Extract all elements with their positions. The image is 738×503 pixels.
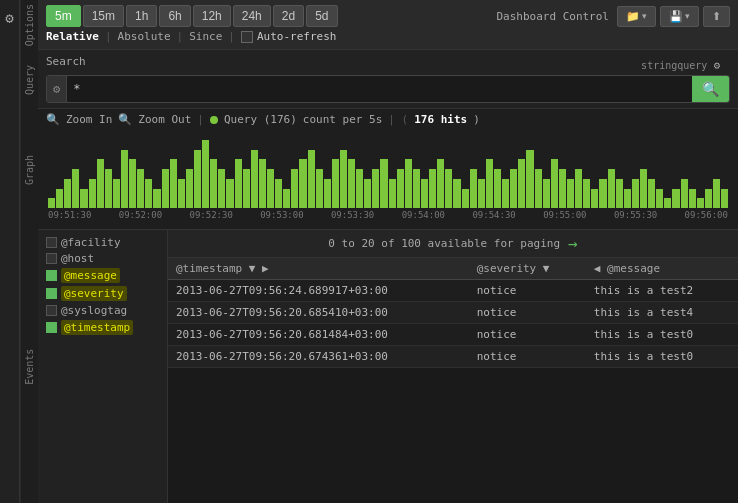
query-label: Query (176) xyxy=(224,113,297,126)
graph-label: Graph xyxy=(20,109,38,230)
chart-bars xyxy=(46,130,730,208)
chart-bar xyxy=(48,198,55,208)
table-row: 2013-06-27T09:56:20.681484+03:00noticeth… xyxy=(168,324,738,346)
table-row: 2013-06-27T09:56:24.689917+03:00noticeth… xyxy=(168,280,738,302)
table-cell-message: this is a test0 xyxy=(586,324,738,346)
chart-bar xyxy=(656,189,663,209)
field-message-name: @message xyxy=(61,268,120,283)
field-timestamp[interactable]: @timestamp xyxy=(46,320,159,335)
chart-bar xyxy=(299,159,306,208)
zoom-in-btn[interactable]: Zoom In xyxy=(66,113,112,126)
query-gear-icon[interactable]: ⚙ xyxy=(713,59,720,72)
field-message[interactable]: @message xyxy=(46,268,159,283)
field-severity[interactable]: @severity xyxy=(46,286,159,301)
time-btn-15m[interactable]: 15m xyxy=(83,5,124,27)
field-facility[interactable]: @facility xyxy=(46,236,159,249)
dashboard-save-btn[interactable]: 💾 ▾ xyxy=(660,6,699,27)
dashboard-share-btn[interactable]: ⬆ xyxy=(703,6,730,27)
field-host-checkbox[interactable] xyxy=(46,253,57,264)
chart-bar xyxy=(397,169,404,208)
chart-bar xyxy=(583,179,590,208)
query-dot xyxy=(210,116,218,124)
field-host[interactable]: @host xyxy=(46,252,159,265)
chart-bar xyxy=(518,159,525,208)
time-btn-24h[interactable]: 24h xyxy=(233,5,271,27)
col-timestamp[interactable]: @timestamp ▼ ▶ xyxy=(168,258,469,280)
options-label: Options xyxy=(20,0,38,50)
col-severity[interactable]: @severity ▼ xyxy=(469,258,586,280)
field-message-checkbox[interactable] xyxy=(46,270,57,281)
chart-bar xyxy=(97,159,104,208)
field-facility-checkbox[interactable] xyxy=(46,237,57,248)
field-syslogtag-checkbox[interactable] xyxy=(46,305,57,316)
chart-bar xyxy=(526,150,533,209)
table-cell-timestamp: 2013-06-27T09:56:20.681484+03:00 xyxy=(168,324,469,346)
chart-bar xyxy=(624,189,631,209)
chart-bar xyxy=(551,159,558,208)
zoom-out-btn[interactable]: Zoom Out xyxy=(138,113,191,126)
search-input[interactable] xyxy=(67,78,692,100)
chart-bar xyxy=(543,179,550,208)
chart-bar xyxy=(640,169,647,208)
xaxis-label: 09:52:00 xyxy=(119,210,162,220)
chart-bar xyxy=(259,159,266,208)
chart-bar xyxy=(429,169,436,208)
since-link[interactable]: Since xyxy=(189,30,222,43)
chart-bar xyxy=(89,179,96,208)
chart-bar xyxy=(672,189,679,209)
chart-bar xyxy=(575,169,582,208)
next-page-btn[interactable]: → xyxy=(568,234,578,253)
field-severity-name: @severity xyxy=(61,286,127,301)
chart-bar xyxy=(478,179,485,208)
chart-bar xyxy=(486,159,493,208)
absolute-link[interactable]: Absolute xyxy=(118,30,171,43)
autorefresh-checkbox[interactable] xyxy=(241,31,253,43)
chart-bar xyxy=(510,169,517,208)
col-message[interactable]: ◀ @message xyxy=(586,258,738,280)
chart-xaxis: 09:51:3009:52:0009:52:3009:53:0009:53:30… xyxy=(46,208,730,220)
chart-bar xyxy=(535,169,542,208)
chart-bar xyxy=(356,169,363,208)
time-btn-5d[interactable]: 5d xyxy=(306,5,337,27)
xaxis-label: 09:53:00 xyxy=(260,210,303,220)
paging-text: 0 to 20 of 100 available for paging xyxy=(328,237,560,250)
chart-bar xyxy=(56,189,63,209)
chart-bar xyxy=(713,179,720,208)
search-button[interactable]: 🔍 xyxy=(692,76,729,102)
autorefresh-toggle[interactable]: Auto-refresh xyxy=(241,30,336,43)
field-timestamp-checkbox[interactable] xyxy=(46,322,57,333)
field-syslogtag-name: @syslogtag xyxy=(61,304,127,317)
table-cell-timestamp: 2013-06-27T09:56:20.674361+03:00 xyxy=(168,346,469,368)
chart-bar xyxy=(332,159,339,208)
chart-bar xyxy=(186,169,193,208)
xaxis-label: 09:55:00 xyxy=(543,210,586,220)
chart-bar xyxy=(145,179,152,208)
main-gear-icon[interactable]: ⚙ xyxy=(5,10,13,26)
chart-bar xyxy=(113,179,120,208)
chart-container: 09:51:3009:52:0009:52:3009:53:0009:53:30… xyxy=(46,130,730,225)
dashboard-label: Dashboard Control xyxy=(496,10,609,23)
time-btn-6h[interactable]: 6h xyxy=(159,5,190,27)
dashboard-load-btn[interactable]: 📁 ▾ xyxy=(617,6,656,27)
chart-bar xyxy=(599,179,606,208)
chart-bar xyxy=(218,169,225,208)
time-btn-12h[interactable]: 12h xyxy=(193,5,231,27)
chart-bar xyxy=(664,198,671,208)
xaxis-label: 09:53:30 xyxy=(331,210,374,220)
time-btn-5m[interactable]: 5m xyxy=(46,5,81,27)
events-sidebar: @facility @host @message @severity @sysl… xyxy=(38,230,168,503)
chart-bar xyxy=(681,179,688,208)
field-severity-checkbox[interactable] xyxy=(46,288,57,299)
xaxis-label: 09:54:00 xyxy=(402,210,445,220)
chart-bar xyxy=(697,198,704,208)
relative-link[interactable]: Relative xyxy=(46,30,99,43)
chart-bar xyxy=(72,169,79,208)
field-syslogtag[interactable]: @syslogtag xyxy=(46,304,159,317)
chart-bar xyxy=(608,169,615,208)
time-btn-2d[interactable]: 2d xyxy=(273,5,304,27)
xaxis-label: 09:52:30 xyxy=(189,210,232,220)
xaxis-label: 09:56:00 xyxy=(685,210,728,220)
chart-bar xyxy=(462,189,469,209)
time-btn-1h[interactable]: 1h xyxy=(126,5,157,27)
events-main: 0 to 20 of 100 available for paging → @t… xyxy=(168,230,738,503)
